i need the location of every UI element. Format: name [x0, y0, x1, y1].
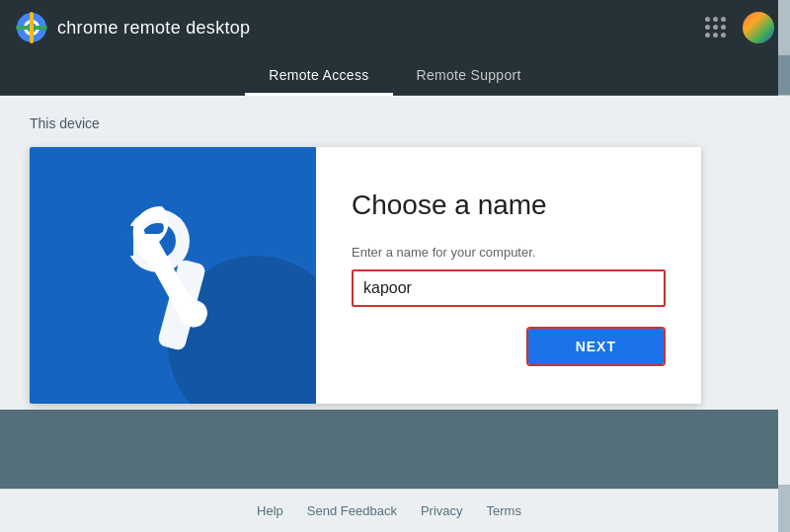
footer: Help Send Feedback Privacy Terms: [0, 489, 778, 532]
footer-help-link[interactable]: Help: [257, 503, 283, 518]
scrollbar-thumb[interactable]: [778, 55, 790, 95]
header-left: chrome remote desktop: [16, 12, 250, 43]
tab-remote-access[interactable]: Remote Access: [245, 55, 392, 95]
next-button-wrapper: NEXT: [526, 327, 666, 366]
svg-rect-4: [30, 12, 34, 43]
tab-remote-support[interactable]: Remote Support: [393, 55, 545, 95]
footer-terms-link[interactable]: Terms: [487, 503, 521, 518]
wrench-icon: [94, 196, 252, 354]
apps-icon[interactable]: [705, 17, 727, 38]
device-card: Choose a name Enter a name for your comp…: [30, 147, 701, 404]
dialog-title: Choose a name: [352, 190, 666, 221]
user-avatar[interactable]: [743, 12, 774, 43]
bg-decoration: [0, 410, 778, 489]
card-left-panel: [30, 147, 316, 404]
app-header: chrome remote desktop: [0, 0, 790, 55]
footer-feedback-link[interactable]: Send Feedback: [307, 503, 397, 518]
card-right-panel: Choose a name Enter a name for your comp…: [316, 147, 701, 404]
svg-point-8: [191, 305, 202, 317]
section-label: This device: [30, 115, 770, 131]
app-title: chrome remote desktop: [57, 18, 250, 38]
footer-privacy-link[interactable]: Privacy: [421, 503, 463, 518]
header-right: [705, 12, 774, 43]
nav-tabs: Remote Access Remote Support: [0, 55, 790, 96]
name-input-wrapper: [352, 269, 666, 307]
computer-name-input[interactable]: [354, 271, 664, 305]
dialog-input-label: Enter a name for your computer.: [352, 245, 666, 260]
next-button[interactable]: NEXT: [528, 329, 664, 364]
app-logo: [16, 12, 47, 43]
